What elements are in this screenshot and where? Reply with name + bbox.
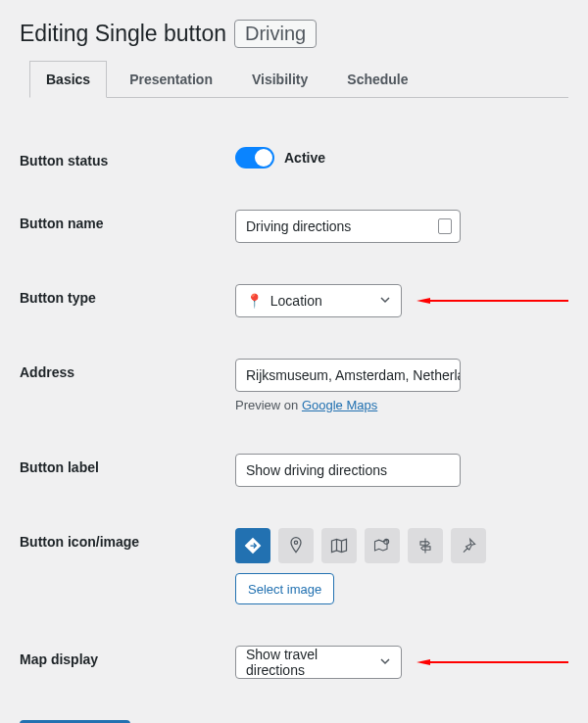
icon-picker: [235, 528, 568, 563]
page-title-text: Editing Single button: [20, 21, 226, 47]
link-google-maps[interactable]: Google Maps: [302, 398, 377, 412]
page-title: Editing Single button Driving: [20, 0, 568, 60]
icon-option-map-pin[interactable]: [365, 528, 400, 563]
chevron-down-icon: [379, 654, 391, 670]
icon-option-pin[interactable]: [278, 528, 314, 563]
address-preview: Preview on Google Maps: [235, 398, 568, 412]
select-button-type[interactable]: 📍 Location: [235, 284, 402, 317]
label-address: Address: [20, 359, 235, 380]
toggle-button-status[interactable]: [235, 147, 274, 169]
tab-presentation[interactable]: Presentation: [113, 61, 229, 98]
icon-option-signpost[interactable]: [408, 528, 443, 563]
label-button-type: Button type: [20, 284, 235, 306]
page-title-badge: Driving: [234, 20, 317, 48]
tab-schedule[interactable]: Schedule: [330, 61, 424, 98]
label-button-label: Button label: [20, 454, 235, 475]
label-map-display: Map display: [20, 646, 235, 667]
input-address[interactable]: Rijksmuseum, Amsterdam, Netherlands: [235, 359, 461, 392]
tab-visibility[interactable]: Visibility: [235, 61, 324, 98]
input-button-label[interactable]: Show driving directions: [235, 454, 461, 487]
label-button-icon: Button icon/image: [20, 528, 235, 550]
tab-basics[interactable]: Basics: [29, 61, 107, 98]
label-button-status: Button status: [20, 147, 235, 169]
input-button-name[interactable]: Driving directions: [235, 210, 461, 243]
icon-option-map[interactable]: [321, 528, 357, 563]
autofill-icon: [438, 218, 452, 234]
toggle-button-status-label: Active: [284, 150, 325, 166]
button-select-image[interactable]: Select image: [235, 573, 334, 604]
icon-option-directions[interactable]: [235, 528, 270, 563]
svg-point-2: [294, 541, 297, 544]
pin-icon: 📍: [246, 293, 263, 309]
icon-option-pushpin[interactable]: [451, 528, 486, 563]
chevron-down-icon: [379, 293, 391, 309]
select-map-display[interactable]: Show travel directions: [235, 646, 402, 679]
label-button-name: Button name: [20, 210, 235, 231]
tab-bar: Basics Presentation Visibility Schedule: [29, 60, 568, 98]
